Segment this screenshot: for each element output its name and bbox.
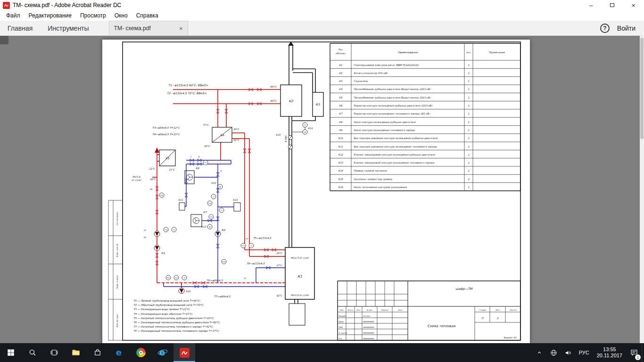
menu-bar: ФайлРедактированиеПросмотрОкноСправка: [0, 10, 644, 21]
menu-item-4[interactable]: Окно: [110, 12, 132, 19]
nav-pane-corner[interactable]: [0, 36, 8, 44]
document-tab-label: ТМ- схема.pdf: [114, 25, 151, 32]
svg-text:PG: PG: [167, 277, 170, 279]
titleblock-role: Пров.: [339, 321, 344, 323]
document-tab-close-icon[interactable]: ×: [172, 25, 183, 32]
legend-line: Т3 — Охлаждающая вода прямая Т=12°С;: [133, 308, 190, 311]
side-stamp-label: Подп. и дата: [116, 275, 118, 289]
chrome-logo-icon: [136, 348, 146, 357]
svg-text:TI: TI: [221, 210, 222, 212]
spec-name: Клапан трехходовой контура охлаждения ру…: [354, 153, 435, 156]
pipe-label: 42°С: [276, 294, 283, 297]
titleblock-name: 999999999: [363, 321, 374, 323]
show-desktop-button[interactable]: [642, 343, 644, 362]
menu-item-1[interactable]: Файл: [2, 12, 25, 19]
network-icon[interactable]: [546, 343, 561, 362]
taskbar-start-button[interactable]: [0, 343, 22, 362]
minimize-button[interactable]: –: [580, 0, 602, 10]
spec-name: Насос контура охлаждения рубашки двигате…: [354, 121, 416, 124]
menu-item-3[interactable]: Просмотр: [76, 12, 110, 19]
maximize-button[interactable]: [602, 0, 623, 10]
titleblock-sig-header: Кол.уч: [347, 309, 354, 311]
document-viewport: TIPGTIPGTITGTGTITGTIPGPGTGTIМММV К1Газоп…: [0, 36, 644, 343]
pipe-label: К8: [222, 229, 225, 231]
menu-item-2[interactable]: Редактирование: [25, 12, 76, 19]
document-tab[interactable]: ТМ- схема.pdf ×: [109, 21, 188, 35]
expansion-tank-k11: [179, 203, 185, 210]
side-stamp-label: Инв. № подл.: [116, 313, 118, 328]
pipe-label: 15°С: [169, 168, 175, 171]
scrollbar-thumb[interactable]: [640, 38, 644, 139]
titleblock-stage-header: Лист: [495, 309, 500, 311]
spec-qty: 1: [468, 96, 469, 99]
spec-name: Бак подпора давления контура охлаждения …: [354, 137, 438, 140]
spec-pos: К9: [339, 129, 343, 132]
language-indicator[interactable]: РУС: [576, 343, 593, 362]
titleblock-docname: Схема тепловая: [427, 324, 455, 328]
sign-in-button[interactable]: Войти: [617, 25, 636, 32]
chevron-up-icon[interactable]: [532, 343, 546, 362]
taskbar-clock[interactable]: 13:55 20.11.2017: [593, 343, 627, 362]
svg-text:М: М: [209, 226, 210, 228]
instrument-PG: PG: [207, 201, 212, 206]
spec-qty: 1: [468, 80, 469, 82]
svg-text:TI: TI: [213, 196, 214, 198]
spec-name: Заслонка газовая под привод: [354, 178, 392, 181]
pipe-label: Т7—ø89х4,5: [214, 295, 231, 298]
spec-pos: К7: [339, 112, 343, 115]
pipe-label: 23: [245, 238, 248, 240]
instrument-TI: TI: [219, 208, 224, 213]
action-center-icon[interactable]: 1: [627, 343, 642, 362]
pipe-label: Т6—ø133х4,5: [247, 262, 265, 265]
help-icon[interactable]: ?: [600, 24, 610, 33]
taskbar-task-view-button[interactable]: [43, 343, 65, 362]
taskbar-internet-explorer-button[interactable]: e: [152, 343, 173, 362]
taskbar-acrobat-button[interactable]: [173, 343, 195, 362]
pipe-label: 91°С: [233, 139, 240, 141]
pipe-label: 2: [190, 156, 192, 158]
spec-pos: К5: [339, 96, 343, 99]
menu-item-5[interactable]: Справка: [132, 12, 163, 19]
spec-header: обознач.: [336, 52, 346, 55]
pipe-label: 80°С: [233, 128, 240, 131]
pipe-label: Т1—ø133х4,5 90°С; 88м3/ч: [168, 83, 208, 87]
spec-name: Радиатор контура охлаждения рубашки двиг…: [354, 104, 433, 107]
titleblock-role: Разраб.: [339, 315, 346, 317]
instrument-PG: PG: [159, 193, 164, 197]
instrument-PG: PG: [222, 259, 226, 264]
spec-name: Теплообменник рубашки двигателя Вода/гли…: [354, 96, 431, 99]
pipe-label: 6,4ВС: [284, 135, 287, 142]
taskbar-file-explorer-button[interactable]: [65, 343, 87, 362]
tab-tools[interactable]: Инструменты: [40, 21, 96, 35]
pipe-label: 70°С: [203, 123, 209, 126]
titleblock-role: Утв.: [339, 337, 342, 340]
pipe-label: К11: [178, 198, 183, 201]
supply-piping: [152, 90, 285, 288]
legend-line: Т4 — Охлаждающая вода обратная Т=15°С;: [133, 313, 193, 316]
side-stamp-label: Взам. инв. №: [116, 244, 118, 257]
taskbar-chrome-button[interactable]: [130, 343, 152, 362]
expansion-tank-k10: [234, 203, 240, 211]
spec-header: Поз.: [338, 49, 343, 51]
titleblock-code: шифр—ТМ: [455, 287, 473, 291]
spec-pos: К14: [338, 169, 343, 172]
tab-bar: Главная Инструменты ТМ- схема.pdf × ? Во…: [0, 21, 644, 36]
pipe-label: К5: [165, 156, 170, 160]
taskbar-edge-button[interactable]: e: [108, 343, 130, 362]
spec-pos: К1: [339, 64, 342, 66]
titleblock-sig-header: № док.: [367, 309, 373, 311]
close-button[interactable]: ×: [623, 0, 644, 10]
vertical-scrollbar[interactable]: [640, 36, 644, 343]
tab-home[interactable]: Главная: [0, 21, 40, 35]
pipe-label: 15: [143, 229, 147, 231]
spec-pos: К3: [339, 80, 343, 82]
pipe-label: 42°С: [150, 178, 157, 181]
volume-icon[interactable]: [561, 343, 576, 362]
pipe-label: К7: [203, 211, 207, 214]
pipe-label: К6: [196, 167, 199, 170]
spec-name: Привод газовой заслонки: [354, 169, 387, 173]
taskbar-search-button[interactable]: [22, 343, 43, 362]
taskbar-store-button[interactable]: [87, 343, 108, 362]
instrument-TI: TI: [182, 275, 187, 280]
spec-qty: 2: [468, 178, 470, 181]
